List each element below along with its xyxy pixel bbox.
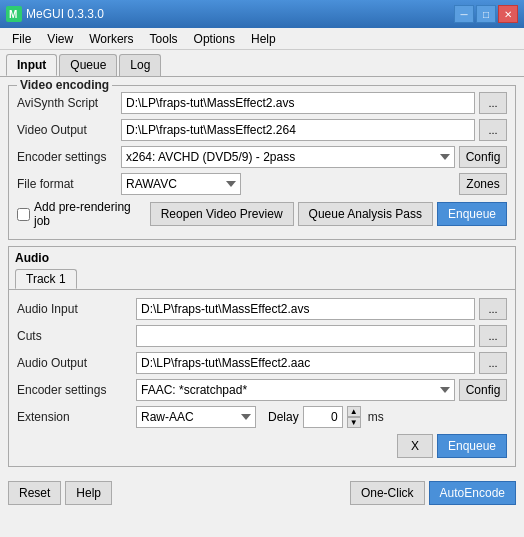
menu-bar: File View Workers Tools Options Help <box>0 28 524 50</box>
avisynth-input[interactable] <box>121 92 475 114</box>
audio-encoder-settings-label: Encoder settings <box>17 383 132 397</box>
audio-track-1-tab[interactable]: Track 1 <box>15 269 77 289</box>
bottom-bar: Reset Help One-Click AutoEncode <box>0 475 524 505</box>
avisynth-label: AviSynth Script <box>17 96 117 110</box>
audio-section-label: Audio <box>15 251 49 265</box>
bottom-right: One-Click AutoEncode <box>350 481 516 505</box>
audio-encoder-settings-select[interactable]: FAAC: *scratchpad* <box>136 379 455 401</box>
audio-x-button[interactable]: X <box>397 434 433 458</box>
file-format-label: File format <box>17 177 117 191</box>
tab-log[interactable]: Log <box>119 54 161 76</box>
delay-spinner-buttons: ▲ ▼ <box>347 406 361 428</box>
ms-label: ms <box>368 410 384 424</box>
encoder-settings-row: Encoder settings x264: AVCHD (DVD5/9) - … <box>17 146 507 168</box>
zones-button[interactable]: Zones <box>459 173 507 195</box>
menu-options[interactable]: Options <box>186 29 243 49</box>
delay-spinner-group: ▲ ▼ <box>303 406 361 428</box>
cuts-input[interactable] <box>136 325 475 347</box>
audio-input-browse-button[interactable]: ... <box>479 298 507 320</box>
audio-output-field[interactable] <box>136 352 475 374</box>
audio-output-row: Audio Output ... <box>17 352 507 374</box>
audio-input-label: Audio Input <box>17 302 132 316</box>
audio-section: Audio Track 1 Audio Input ... Cuts ... A… <box>8 246 516 467</box>
app-icon: M <box>6 6 22 22</box>
content-area: Video encoding AviSynth Script ... Video… <box>0 77 524 475</box>
audio-enqueue-button[interactable]: Enqueue <box>437 434 507 458</box>
video-output-label: Video Output <box>17 123 117 137</box>
video-output-browse-button[interactable]: ... <box>479 119 507 141</box>
cuts-label: Cuts <box>17 329 132 343</box>
close-button[interactable]: ✕ <box>498 5 518 23</box>
encoder-config-button[interactable]: Config <box>459 146 507 168</box>
audio-input-row: Audio Input ... <box>17 298 507 320</box>
one-click-button[interactable]: One-Click <box>350 481 425 505</box>
queue-analysis-button[interactable]: Queue Analysis Pass <box>298 202 433 226</box>
title-bar: M MeGUI 0.3.3.0 ─ □ ✕ <box>0 0 524 28</box>
avisynth-browse-button[interactable]: ... <box>479 92 507 114</box>
avisynth-row: AviSynth Script ... <box>17 92 507 114</box>
video-enqueue-button[interactable]: Enqueue <box>437 202 507 226</box>
minimize-button[interactable]: ─ <box>454 5 474 23</box>
title-bar-left: M MeGUI 0.3.3.0 <box>6 6 104 22</box>
menu-tools[interactable]: Tools <box>142 29 186 49</box>
reopen-preview-button[interactable]: Reopen Video Preview <box>150 202 294 226</box>
audio-section-header: Audio <box>9 247 515 265</box>
maximize-button[interactable]: □ <box>476 5 496 23</box>
delay-spinner-down[interactable]: ▼ <box>347 417 361 428</box>
add-pre-render-checkbox[interactable] <box>17 208 30 221</box>
video-encoding-title: Video encoding <box>17 78 112 92</box>
audio-encoder-settings-row: Encoder settings FAAC: *scratchpad* Conf… <box>17 379 507 401</box>
audio-encoder-config-button[interactable]: Config <box>459 379 507 401</box>
add-pre-render-label: Add pre-rendering job <box>34 200 142 228</box>
tab-queue[interactable]: Queue <box>59 54 117 76</box>
delay-spinner-up[interactable]: ▲ <box>347 406 361 417</box>
help-button[interactable]: Help <box>65 481 112 505</box>
bottom-left: Reset Help <box>8 481 112 505</box>
video-output-input[interactable] <box>121 119 475 141</box>
encoder-settings-select[interactable]: x264: AVCHD (DVD5/9) - 2pass <box>121 146 455 168</box>
extension-label: Extension <box>17 410 132 424</box>
title-text: MeGUI 0.3.3.0 <box>26 7 104 21</box>
video-output-row: Video Output ... <box>17 119 507 141</box>
audio-action-row: X Enqueue <box>17 434 507 458</box>
title-controls: ─ □ ✕ <box>454 5 518 23</box>
audio-output-label: Audio Output <box>17 356 132 370</box>
extension-select[interactable]: Raw-AAC MP4 MKV <box>136 406 256 428</box>
encoder-settings-label: Encoder settings <box>17 150 117 164</box>
delay-input[interactable] <box>303 406 343 428</box>
delay-label: Delay <box>268 410 299 424</box>
menu-view[interactable]: View <box>39 29 81 49</box>
main-tabs: Input Queue Log <box>0 50 524 77</box>
file-format-select[interactable]: RAWAVC MP4 MKV <box>121 173 241 195</box>
tab-input[interactable]: Input <box>6 54 57 76</box>
cuts-row: Cuts ... <box>17 325 507 347</box>
cuts-browse-button[interactable]: ... <box>479 325 507 347</box>
menu-help[interactable]: Help <box>243 29 284 49</box>
auto-encode-button[interactable]: AutoEncode <box>429 481 516 505</box>
audio-content: Audio Input ... Cuts ... Audio Output ..… <box>9 290 515 466</box>
pre-render-row: Add pre-rendering job Reopen Video Previ… <box>17 200 507 228</box>
audio-output-browse-button[interactable]: ... <box>479 352 507 374</box>
menu-workers[interactable]: Workers <box>81 29 141 49</box>
menu-file[interactable]: File <box>4 29 39 49</box>
svg-text:M: M <box>9 9 17 20</box>
video-encoding-group: Video encoding AviSynth Script ... Video… <box>8 85 516 240</box>
extension-delay-row: Extension Raw-AAC MP4 MKV Delay ▲ ▼ ms <box>17 406 507 428</box>
audio-track-tabs: Track 1 <box>9 265 515 290</box>
audio-input-field[interactable] <box>136 298 475 320</box>
file-format-row: File format RAWAVC MP4 MKV Zones <box>17 173 507 195</box>
reset-button[interactable]: Reset <box>8 481 61 505</box>
